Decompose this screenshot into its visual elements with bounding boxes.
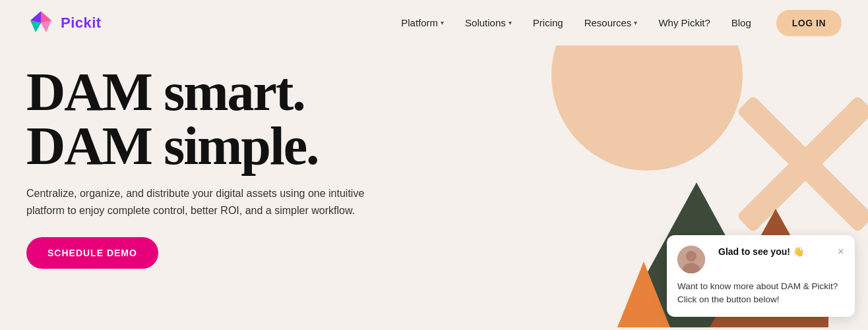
decorative-circle [551,45,743,171]
hero-section: DAM smart. DAM simple. Centralize, organ… [0,45,868,330]
nav-item-resources[interactable]: Resources ▾ [575,12,647,34]
nav-item-platform[interactable]: Platform ▾ [392,12,453,34]
logo[interactable]: Pickit [26,9,102,38]
close-icon[interactable]: × [838,246,844,258]
chevron-down-icon: ▾ [509,19,512,26]
hero-headline-line1: DAM smart. [26,62,305,122]
chat-avatar [677,246,705,273]
nav-item-pricing[interactable]: Pricing [524,12,573,34]
nav-platform-label: Platform [401,17,438,28]
svg-point-10 [686,251,697,261]
decorative-orange-shape [617,261,670,330]
chat-popup-header: Glad to see you! 👋 × [677,246,844,273]
schedule-demo-button[interactable]: SCHEDULE DEMO [26,237,158,269]
svg-marker-8 [617,261,670,327]
nav-solutions-label: Solutions [465,17,506,28]
hero-headline: DAM smart. DAM simple. [26,65,455,173]
logo-icon [26,9,55,38]
nav-item-why-pickit[interactable]: Why Pickit? [649,12,719,34]
nav-item-solutions[interactable]: Solutions ▾ [456,12,521,34]
chevron-down-icon: ▾ [634,19,637,26]
chat-popup: Glad to see you! 👋 × Want to know more a… [667,235,855,317]
nav-pricing-label: Pricing [533,17,563,28]
hero-subtext: Centralize, organize, and distribute you… [26,185,383,219]
nav-why-pickit-label: Why Pickit? [658,17,710,28]
logo-text: Pickit [61,14,102,32]
nav-item-blog[interactable]: Blog [722,12,760,34]
chat-greeting: Glad to see you! 👋 [712,246,804,257]
nav-blog-label: Blog [731,17,751,28]
nav-resources-label: Resources [584,17,632,28]
chat-body: Want to know more about DAM & Pickit? Cl… [677,280,844,307]
chevron-down-icon: ▾ [441,19,444,26]
nav-links: Platform ▾ Solutions ▾ Pricing Resources… [392,10,842,36]
login-button[interactable]: LOG IN [776,10,842,36]
navigation: Pickit Platform ▾ Solutions ▾ Pricing Re… [0,0,868,45]
hero-text-block: DAM smart. DAM simple. Centralize, organ… [26,65,455,269]
hero-headline-line2: DAM simple. [26,116,319,176]
